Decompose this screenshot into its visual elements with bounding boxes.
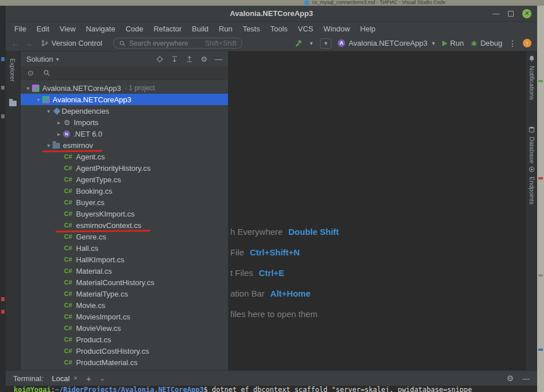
toolwindow-notifications[interactable]: Notifications xyxy=(526,55,537,100)
build-tool-icon[interactable] xyxy=(294,39,302,47)
tree-item[interactable]: C# Buyer.cs xyxy=(21,197,228,208)
panel-title[interactable]: Solution xyxy=(26,55,53,63)
tree-item[interactable]: C# Genre.cs xyxy=(21,231,228,242)
tree-item[interactable]: C# Movie.cs xyxy=(21,299,228,311)
update-notification-icon[interactable]: ↑ xyxy=(523,39,531,47)
minimize-button[interactable]: — xyxy=(493,10,499,18)
terminal-output[interactable]: koi@Yogai:~/RiderProjects/Avalonia.NETCo… xyxy=(6,386,537,392)
menu-item[interactable]: Run xyxy=(214,25,238,33)
tree-item[interactable]: C# Agent.cs xyxy=(21,151,228,162)
menu-item[interactable]: Build xyxy=(187,25,214,33)
collapse-all-icon[interactable] xyxy=(186,55,193,63)
close-button[interactable]: ✕ xyxy=(522,9,531,18)
menu-item[interactable]: Refactor xyxy=(149,25,187,33)
menu-item[interactable]: Help xyxy=(355,25,381,33)
tree-item[interactable]: C# AgentType.cs xyxy=(21,174,228,185)
tree-item[interactable]: C# ProductCostHistory.cs xyxy=(21,345,228,357)
toolwindow-database[interactable]: Database xyxy=(526,126,537,163)
hint-text: ation Bar xyxy=(230,289,265,298)
hint-shortcut: Double Shift xyxy=(289,227,339,237)
tree-icon: C# xyxy=(63,199,73,206)
maximize-button[interactable] xyxy=(508,11,514,17)
chevron-down-icon[interactable]: ▼ xyxy=(309,41,314,46)
database-icon xyxy=(528,126,535,133)
menu-item[interactable]: Edit xyxy=(31,25,54,33)
tree-item[interactable]: C# Hall.cs xyxy=(21,242,228,254)
chevron-icon[interactable]: ▸ xyxy=(55,119,63,126)
tree-icon: C# xyxy=(63,313,73,320)
folder-icon[interactable] xyxy=(9,101,17,106)
menu-item[interactable]: VCS xyxy=(293,25,318,33)
bell-icon xyxy=(528,55,535,62)
terminal-title: Terminal: xyxy=(13,374,43,383)
hide-terminal-icon[interactable]: — xyxy=(522,374,530,383)
chevron-icon[interactable]: ▾ xyxy=(45,108,53,114)
run-label: Run xyxy=(450,39,464,47)
menu-item[interactable]: Tests xyxy=(238,25,265,33)
expand-all-icon[interactable] xyxy=(171,55,178,63)
tree-item[interactable]: C# BuyersKImport.cs xyxy=(21,208,228,219)
menu-item[interactable]: Window xyxy=(318,25,355,33)
tree-icon: C# xyxy=(63,233,73,240)
overview-mark xyxy=(1,297,5,301)
tree-item[interactable]: ▾ Avalonia.NETCoreApp3 · 1 project xyxy=(21,82,228,94)
back-icon[interactable]: ← xyxy=(11,39,19,48)
tree-item[interactable]: C# Product.cs xyxy=(21,334,228,345)
background-vscode-titlebar[interactable]: cs_mysql_connections3.md - ТИРИС - Visua… xyxy=(0,0,544,6)
titlebar[interactable]: Avalonia.NETCoreApp3 — ✕ xyxy=(6,6,537,22)
menu-item[interactable]: Code xyxy=(121,25,149,33)
run-target-selector[interactable]: ▼ xyxy=(320,38,331,49)
toolwindow-explorer-label[interactable]: Explorer xyxy=(9,58,16,82)
tree-item[interactable]: C# MoviesImport.cs xyxy=(21,311,228,322)
chevron-icon[interactable]: ▾ xyxy=(24,85,32,91)
more-options-icon[interactable]: ⋮ xyxy=(509,39,517,48)
run-configuration-combo[interactable]: A Avalonia.NETCoreApp3 ▼ xyxy=(338,39,436,47)
editor-area[interactable]: h Everywhere Double Shift File Ctrl+Shif… xyxy=(229,51,526,370)
search-everywhere-box[interactable]: Search everywhere Shift+Shift xyxy=(113,38,242,49)
menu-item[interactable]: Tools xyxy=(265,25,293,33)
menu-item[interactable]: View xyxy=(54,25,81,33)
tree-item[interactable]: C# esmirnovContext.cs xyxy=(21,219,228,231)
tree-item[interactable]: ▾ esmirnov xyxy=(21,139,228,151)
overview-mark xyxy=(1,114,5,118)
tree-item[interactable]: C# MovieView.cs xyxy=(21,322,228,334)
tree-item[interactable]: ▾ Dependencies xyxy=(21,105,228,117)
tree-icon xyxy=(53,143,60,149)
version-control-widget[interactable]: Version Control xyxy=(41,39,102,47)
new-terminal-button[interactable]: + xyxy=(86,374,91,383)
shortcut-hint: t Files Ctrl+E xyxy=(230,262,339,283)
chevron-icon[interactable]: ▾ xyxy=(45,142,53,149)
tree-item[interactable]: C# ProductMaterial.cs xyxy=(21,357,228,368)
gear-icon[interactable]: ⚙ xyxy=(506,374,514,383)
chevron-down-icon: ▼ xyxy=(431,41,436,46)
scope-icon[interactable]: ⊙ xyxy=(27,69,34,77)
tree-icon: C# xyxy=(63,210,73,217)
gear-icon[interactable]: ⚙ xyxy=(201,55,207,63)
tree-item[interactable]: C# Material.cs xyxy=(21,265,228,277)
hide-panel-icon[interactable]: — xyxy=(215,55,222,63)
tree-item[interactable]: ▾ Avalonia.NETCoreApp3 xyxy=(21,94,228,105)
tree-item[interactable]: C# Booking.cs xyxy=(21,185,228,197)
chevron-down-icon[interactable]: ▾ xyxy=(56,56,59,62)
menu-item[interactable]: Navigate xyxy=(81,25,120,33)
menu-item[interactable]: File xyxy=(9,25,31,33)
terminal-tab-local[interactable]: Local × xyxy=(52,374,78,383)
chevron-down-icon[interactable]: ⌄ xyxy=(100,375,105,382)
debug-button[interactable]: Debug xyxy=(470,39,502,47)
close-icon[interactable]: × xyxy=(74,374,78,382)
locate-file-icon[interactable] xyxy=(156,55,163,63)
chevron-icon[interactable]: ▸ xyxy=(55,131,63,137)
tree-item[interactable]: ▸ N .NET 6.0 xyxy=(21,128,228,139)
chevron-icon[interactable]: ▾ xyxy=(34,97,42,103)
tree-item[interactable]: C# MaterialCountHistory.cs xyxy=(21,277,228,288)
tree-icon: C# xyxy=(63,279,73,286)
search-icon[interactable] xyxy=(43,69,50,77)
forward-icon[interactable]: → xyxy=(25,39,33,48)
tree-item[interactable]: C# MaterialType.cs xyxy=(21,288,228,299)
toolwindow-endpoints[interactable]: Endpoints xyxy=(526,166,537,205)
tree-item[interactable]: ▸ ⚙ Imports xyxy=(21,117,228,128)
overview-mark xyxy=(538,80,543,82)
tree-item[interactable]: C# AgentPriorityHistory.cs xyxy=(21,162,228,174)
tree-item[interactable]: C# HallKImport.cs xyxy=(21,254,228,265)
run-button[interactable]: Run xyxy=(442,39,464,47)
